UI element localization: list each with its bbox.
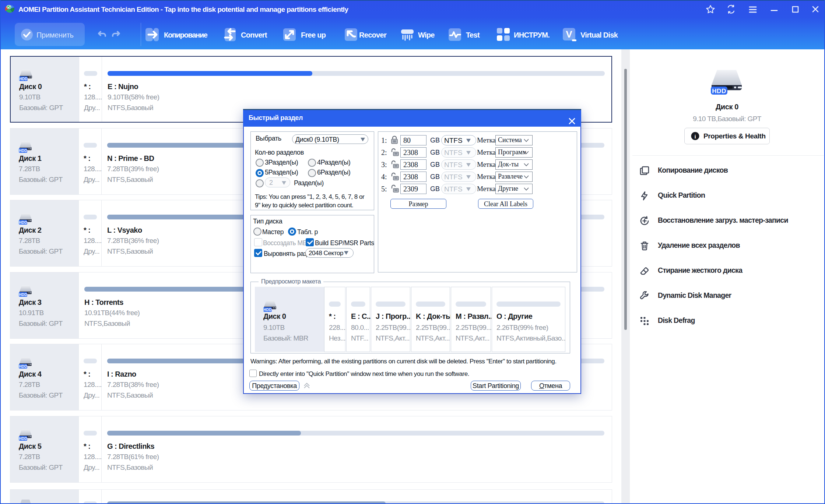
svg-text:V: V: [566, 29, 572, 40]
svg-text:HDD: HDD: [263, 308, 272, 312]
svg-text:i: i: [694, 134, 696, 140]
svg-text:HDD: HDD: [19, 77, 28, 81]
svg-text:HDD: HDD: [19, 437, 27, 441]
svg-text:HDD: HDD: [712, 88, 726, 95]
svg-text:HDD: HDD: [19, 293, 27, 297]
svg-text:HDD: HDD: [19, 364, 27, 369]
svg-text:HDD: HDD: [19, 149, 27, 153]
svg-text:HDD: HDD: [19, 221, 27, 225]
